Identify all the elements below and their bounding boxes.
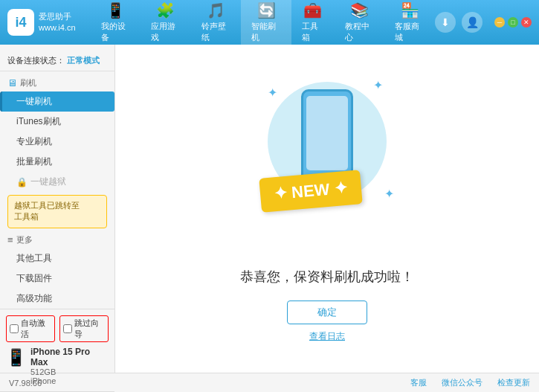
nav-label-device: 我的设备 <box>101 21 131 43</box>
more-section-label: 更多 <box>16 234 33 245</box>
footer-wechat[interactable]: 微信公众号 <box>442 377 482 388</box>
sparkle-1: ✦ <box>268 86 277 100</box>
auto-activate-label: 自动激活 <box>21 318 51 340</box>
sidebar-item-firmware[interactable]: 下载固件 <box>0 269 114 289</box>
nav-label-tools: 工具箱 <box>302 21 324 43</box>
apps-icon: 🧩 <box>156 1 175 19</box>
window-controls: ─ □ ✕ <box>494 17 532 28</box>
main-layout: 设备连接状态： 正常模式 🖥 刷机 一键刷机 iTunes刷机 专业刷机 批量刷… <box>0 45 539 373</box>
new-badge: ✦ NEW ✦ <box>259 170 362 213</box>
new-badge-arrow: ✦ <box>329 179 348 199</box>
sidebar-disabled-jailbreak: 🔒 一键越狱 <box>0 172 114 192</box>
phone-icon: 📱 <box>6 348 26 367</box>
footer-check-update[interactable]: 检查更新 <box>497 377 530 388</box>
more-section-icon: ≡ <box>7 234 13 245</box>
nav-my-device[interactable]: 📱 我的设备 <box>91 0 141 48</box>
lock-icon: 🔒 <box>16 177 28 187</box>
logo-line1: 爱思助手 <box>39 11 76 22</box>
sidebar-label-advanced: 高级功能 <box>16 293 52 303</box>
nav-label-flash: 智能刷机 <box>251 21 281 43</box>
more-section-title: ≡ 更多 <box>0 231 114 248</box>
phone-illustration: ✦ NEW ✦ ✦ ✦ ✦ <box>245 74 409 253</box>
download-button[interactable]: ⬇ <box>435 12 456 33</box>
auto-options: 自动激活 跳过向导 <box>6 315 109 342</box>
status-label: 设备连接状态： <box>7 56 65 65</box>
sidebar-label-batch: 批量刷机 <box>16 156 52 167</box>
skip-guide-option[interactable]: 跳过向导 <box>59 315 109 342</box>
flash-section-label: 刷机 <box>20 77 36 89</box>
footer-version: V7.98.66 <box>9 379 42 388</box>
nav-label-apps: 应用游戏 <box>151 21 181 43</box>
disabled-jailbreak-label: 一键越狱 <box>30 176 66 188</box>
view-log-link[interactable]: 查看日志 <box>309 330 345 343</box>
logo: i4 爱思助手 www.i4.cn <box>7 9 76 36</box>
user-button[interactable]: 👤 <box>462 12 482 33</box>
logo-line2: www.i4.cn <box>39 22 76 33</box>
tutorial-icon: 📚 <box>350 1 369 19</box>
sidebar-warning: 越狱工具已跳转至工具箱 <box>7 195 107 228</box>
minimize-button[interactable]: ─ <box>494 17 505 28</box>
device-details: iPhone 15 Pro Max 512GB iPhone <box>30 347 109 385</box>
nav-label-store: 客服商城 <box>395 21 425 43</box>
sidebar-label-onekey: 一键刷机 <box>16 96 52 106</box>
sidebar: 设备连接状态： 正常模式 🖥 刷机 一键刷机 iTunes刷机 专业刷机 批量刷… <box>0 45 115 373</box>
sidebar-item-batch[interactable]: 批量刷机 <box>0 152 114 172</box>
flash-section-icon: 🖥 <box>7 77 17 89</box>
skip-guide-label: 跳过向导 <box>74 318 105 340</box>
nav-tools[interactable]: 🧰 工具箱 <box>291 0 335 48</box>
maximize-button[interactable]: □ <box>508 17 518 28</box>
skip-guide-checkbox[interactable] <box>63 324 72 333</box>
device-type: iPhone <box>30 376 109 385</box>
content-area: ✦ NEW ✦ ✦ ✦ ✦ 恭喜您，保资料刷机成功啦！ 确定 查看日志 <box>115 45 539 373</box>
sidebar-label-pro: 专业刷机 <box>16 136 52 147</box>
sidebar-item-onekey[interactable]: 一键刷机 <box>0 91 114 112</box>
auto-activate-checkbox[interactable] <box>10 324 19 333</box>
footer-client[interactable]: 客服 <box>410 377 427 388</box>
flash-section-title: 🖥 刷机 <box>0 74 114 91</box>
close-button[interactable]: ✕ <box>521 17 532 28</box>
header: i4 爱思助手 www.i4.cn 📱 我的设备 🧩 应用游戏 🎵 铃声壁纸 🔄… <box>0 0 539 45</box>
sidebar-item-other-tools[interactable]: 其他工具 <box>0 248 114 269</box>
success-text: 恭喜您，保资料刷机成功啦！ <box>240 268 414 286</box>
sidebar-item-pro[interactable]: 专业刷机 <box>0 132 114 152</box>
warning-text: 越狱工具已跳转至工具箱 <box>14 201 80 221</box>
sidebar-label-other-tools: 其他工具 <box>16 253 52 263</box>
nav-bar: 📱 我的设备 🧩 应用游戏 🎵 铃声壁纸 🔄 智能刷机 🧰 工具箱 📚 教程中心… <box>91 0 435 48</box>
nav-actions: ⬇ 👤 ─ □ ✕ <box>435 12 532 33</box>
device-icon: 📱 <box>106 1 125 19</box>
flash-icon: 🔄 <box>257 1 276 19</box>
nav-apps[interactable]: 🧩 应用游戏 <box>141 0 191 48</box>
device-storage: 512GB <box>30 367 109 376</box>
sidebar-label-firmware: 下载固件 <box>16 273 52 283</box>
sparkle-3: ✦ <box>384 187 394 201</box>
logo-text: 爱思助手 www.i4.cn <box>39 11 76 34</box>
nav-tutorial[interactable]: 📚 教程中心 <box>335 0 385 48</box>
logo-icon: i4 <box>7 9 34 36</box>
status-value: 正常模式 <box>67 56 100 65</box>
nav-store[interactable]: 🏪 客服商城 <box>384 0 435 48</box>
nav-label-ringtone: 铃声壁纸 <box>201 21 231 43</box>
sidebar-label-itunes: iTunes刷机 <box>16 116 61 126</box>
sidebar-item-advanced[interactable]: 高级功能 <box>0 289 114 309</box>
confirm-button[interactable]: 确定 <box>287 301 367 324</box>
device-name: iPhone 15 Pro Max <box>30 347 109 367</box>
sidebar-status: 设备连接状态： 正常模式 <box>0 51 114 71</box>
sidebar-item-itunes[interactable]: iTunes刷机 <box>0 112 114 132</box>
auto-activate-option[interactable]: 自动激活 <box>6 315 55 342</box>
store-icon: 🏪 <box>401 1 419 19</box>
sparkle-2: ✦ <box>373 78 383 92</box>
new-badge-text: ✦ <box>273 183 292 203</box>
phone-screen <box>306 96 348 170</box>
ringtone-icon: 🎵 <box>207 1 225 19</box>
nav-ringtone[interactable]: 🎵 铃声壁纸 <box>191 0 242 48</box>
nav-flash[interactable]: 🔄 智能刷机 <box>241 0 291 48</box>
nav-label-tutorial: 教程中心 <box>345 21 375 43</box>
tools-icon: 🧰 <box>303 1 322 19</box>
logo-num: i4 <box>15 15 26 30</box>
